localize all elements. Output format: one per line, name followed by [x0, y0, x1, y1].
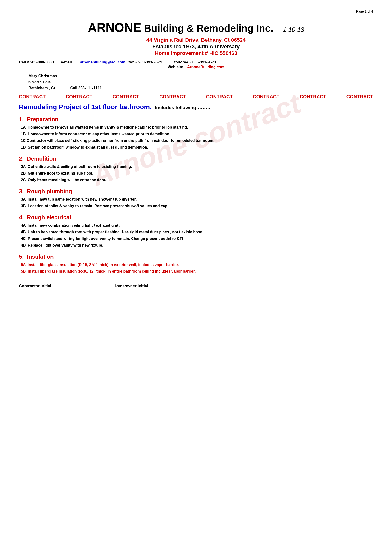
- client-city: Bethlehem , Ct.: [28, 85, 56, 91]
- homeowner-initial-label: Homeowner initial …………………..: [113, 284, 182, 289]
- item-1c: 1C Contractor will place self-sticking p…: [21, 138, 373, 144]
- website-link: ArnoneBuilding.com: [187, 65, 224, 69]
- contact-row: Cell # 203-000-0000 e-mail arnonebuildin…: [19, 60, 373, 64]
- company-name-rest: Building & Remodeling Inc.: [141, 23, 273, 34]
- contract-8: CONTRACT: [346, 94, 373, 99]
- established-line: Established 1973, 40th Anniversary: [19, 44, 373, 50]
- email-link[interactable]: arnonebuilding@aol.com: [80, 60, 125, 64]
- item-1b: 1B Homeowner to inform contractor of any…: [21, 131, 373, 137]
- contract-5: CONTRACT: [206, 94, 233, 99]
- section-4-heading: 4. Rough electrical: [19, 214, 373, 221]
- footer-initials: Contractor initial ………………….. Homeowner i…: [19, 284, 373, 289]
- item-4c: 4C Present switch and wiring for light o…: [21, 236, 373, 242]
- section-2-heading: 2. Demolition: [19, 155, 373, 162]
- item-2c: 2C Only items remaining will be entrance…: [21, 177, 373, 183]
- company-date: 1-10-13: [283, 26, 304, 33]
- section-5: 5. Insulation 5A Install fiberglass insu…: [19, 253, 373, 274]
- project-subtitle: Includes following………: [154, 105, 210, 110]
- section-3-heading: 3. Rough plumbing: [19, 188, 373, 195]
- section-2: 2. Demolition 2A Gut entire walls & ceil…: [19, 155, 373, 183]
- website-row: Web site ArnoneBuilding.com: [19, 65, 373, 69]
- project-title-text: Remodeling Project of 1st floor bathroom…: [19, 103, 152, 111]
- client-name: Mary Christmas: [28, 73, 373, 79]
- section-1: 1. Preparation 1A Homeowner to remove al…: [19, 116, 373, 150]
- website-label: Web site: [168, 65, 183, 69]
- contract-2: CONTRACT: [66, 94, 92, 99]
- item-5b: 5B Install fiberglass insulation (R-38, …: [21, 269, 373, 274]
- contract-1: CONTRACT: [19, 94, 46, 99]
- client-info: Mary Christmas 6 North Pole Bethlehem , …: [19, 73, 373, 91]
- section-5-heading: 5. Insulation: [19, 253, 373, 260]
- cell-number: Cell # 203-000-0000: [19, 60, 54, 64]
- item-3a: 3A Install new tub same location with ne…: [21, 197, 373, 202]
- fax-number: fax # 203-393-9674: [128, 60, 162, 64]
- item-2a: 2A Gut entire walls & ceiling of bathroo…: [21, 164, 373, 170]
- section-1-heading: 1. Preparation: [19, 116, 373, 123]
- contract-row: CONTRACT CONTRACT CONTRACT CONTRACT CONT…: [19, 94, 373, 99]
- contract-3: CONTRACT: [112, 94, 139, 99]
- item-3b: 3B Location of toilet & vanity to remain…: [21, 203, 373, 209]
- item-4b: 4B Unit to be vented through roof with p…: [21, 229, 373, 235]
- email-label: e-mail: [61, 60, 72, 64]
- sections-container: 1. Preparation 1A Homeowner to remove al…: [19, 116, 373, 274]
- address-line: 44 Virginia Rail Drive, Bethany, Ct 0652…: [19, 37, 373, 43]
- company-name: ARNONE: [88, 21, 141, 34]
- item-5a: 5A Install fiberglass insulation (R-15, …: [21, 262, 373, 268]
- item-4a: 4A Install new combination ceiling light…: [21, 223, 373, 228]
- hic-line: Home Improvement # HIC 550463: [19, 50, 373, 56]
- item-4d: 4D Replace light over vanity with new fi…: [21, 242, 373, 248]
- item-2b: 2B Gut entire floor to existing sub floo…: [21, 171, 373, 176]
- contract-4: CONTRACT: [159, 94, 186, 99]
- client-address: 6 North Pole: [28, 79, 373, 85]
- tollfree-number: toll-free # 866-393-9673: [174, 60, 216, 64]
- page-number: Page 1 of 4: [19, 9, 373, 13]
- company-header: ARNONE Building & Remodeling Inc.1-10-13: [19, 20, 373, 35]
- contractor-initial-label: Contractor initial …………………..: [19, 284, 85, 289]
- item-1d: 1D Set fan on bathroom window to exhaust…: [21, 145, 373, 150]
- section-3: 3. Rough plumbing 3A Install new tub sam…: [19, 188, 373, 209]
- project-title: Remodeling Project of 1st floor bathroom…: [19, 103, 373, 111]
- section-4: 4. Rough electrical 4A Install new combi…: [19, 214, 373, 248]
- contract-6: CONTRACT: [253, 94, 280, 99]
- client-city-phone: Bethlehem , Ct. Call 203-111-1111: [28, 85, 373, 91]
- item-1a: 1A Homeowner to remove all wanted items …: [21, 125, 373, 130]
- contract-7: CONTRACT: [300, 94, 326, 99]
- client-phone: Call 203-111-1111: [70, 85, 102, 91]
